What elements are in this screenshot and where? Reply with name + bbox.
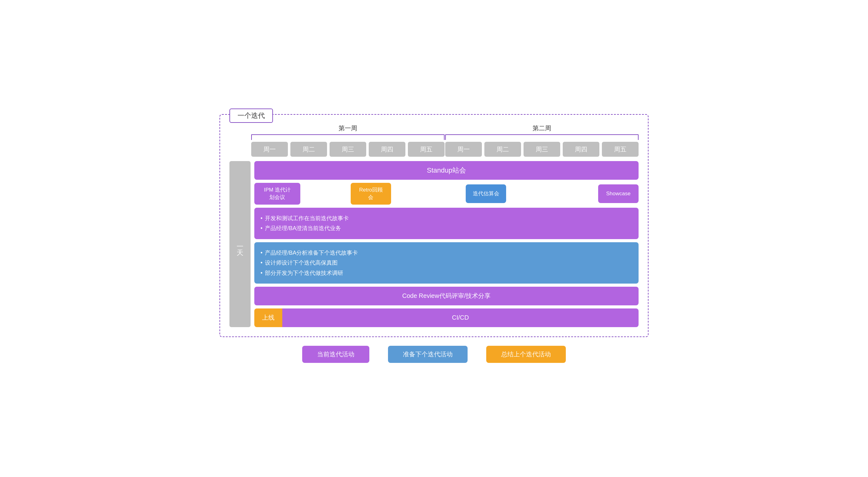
current-work-line1: 开发和测试工作在当前迭代故事卡 bbox=[260, 213, 632, 223]
ipm-box: IPM 迭代计划会议 bbox=[254, 183, 300, 205]
week1-day4: 周四 bbox=[369, 142, 405, 157]
content-area: Standup站会 IPM 迭代计划会议 Retro回顾会 迭代估算会 Show… bbox=[254, 161, 639, 327]
week2-group: 第二周 周一 周二 周三 周四 周五 bbox=[445, 124, 639, 157]
week1-group: 第一周 周一 周二 周三 周四 周五 bbox=[251, 124, 444, 157]
week2-days: 周一 周二 周三 周四 周五 bbox=[445, 142, 639, 157]
standup-bar: Standup站会 bbox=[254, 161, 639, 180]
current-work-block: 开发和测试工作在当前迭代故事卡 产品经理/BA澄清当前迭代业务 bbox=[254, 208, 639, 239]
week-headers: 第一周 周一 周二 周三 周四 周五 第二周 周一 周二 周三 周四 周五 bbox=[251, 124, 639, 157]
legend-row: 当前迭代活动 准备下个迭代活动 总结上个迭代活动 bbox=[302, 346, 566, 363]
cicd-box: CI/CD bbox=[282, 308, 639, 327]
meeting-row: IPM 迭代计划会议 Retro回顾会 迭代估算会 Showcase bbox=[254, 183, 639, 205]
cicd-row: 上线 CI/CD bbox=[254, 308, 639, 327]
legend-summary: 总结上个迭代活动 bbox=[486, 346, 566, 363]
week1-label: 第一周 bbox=[339, 124, 357, 132]
week1-day2: 周二 bbox=[290, 142, 327, 157]
iteration-title: 一个迭代 bbox=[229, 109, 273, 123]
estimation-box: 迭代估算会 bbox=[466, 184, 506, 203]
week2-day2: 周二 bbox=[484, 142, 521, 157]
week1-day3: 周三 bbox=[330, 142, 366, 157]
next-iter-line3: 部分开发为下个迭代做技术调研 bbox=[260, 268, 632, 278]
legend-current: 当前迭代活动 bbox=[302, 346, 369, 363]
next-iter-block: 产品经理/BA分析准备下个迭代故事卡 设计师设计下个迭代高保真图 部分开发为下个… bbox=[254, 242, 639, 284]
week2-day1: 周一 bbox=[445, 142, 482, 157]
online-box: 上线 bbox=[254, 308, 282, 327]
week2-day4: 周四 bbox=[563, 142, 599, 157]
side-label: 一天 bbox=[229, 161, 251, 327]
week2-day3: 周三 bbox=[524, 142, 560, 157]
week2-bracket bbox=[445, 134, 639, 140]
next-iter-line2: 设计师设计下个迭代高保真图 bbox=[260, 258, 632, 268]
week1-bracket bbox=[251, 134, 444, 140]
week1-day1: 周一 bbox=[251, 142, 288, 157]
week2-label: 第二周 bbox=[532, 124, 551, 132]
legend-next: 准备下个迭代活动 bbox=[388, 346, 468, 363]
main-grid: 一天 Standup站会 IPM 迭代计划会议 Retro回顾会 迭代估算会 S… bbox=[229, 161, 639, 327]
code-review-bar: Code Review代码评审/技术分享 bbox=[254, 287, 639, 305]
week1-day5: 周五 bbox=[408, 142, 444, 157]
retro-box: Retro回顾会 bbox=[351, 183, 391, 205]
current-work-line2: 产品经理/BA澄清当前迭代业务 bbox=[260, 223, 632, 233]
showcase-box: Showcase bbox=[598, 184, 639, 203]
iteration-diagram: 一个迭代 第一周 周一 周二 周三 周四 周五 第二周 周一 周二 周三 周四 bbox=[219, 114, 649, 337]
week1-days: 周一 周二 周三 周四 周五 bbox=[251, 142, 444, 157]
next-iter-line1: 产品经理/BA分析准备下个迭代故事卡 bbox=[260, 248, 632, 258]
week2-day5: 周五 bbox=[602, 142, 639, 157]
